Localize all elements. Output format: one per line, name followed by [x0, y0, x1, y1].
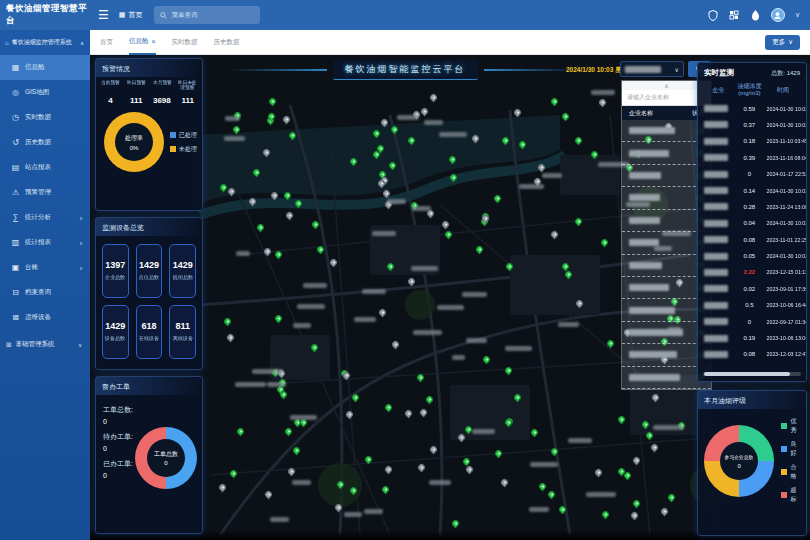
monitor-row[interactable]: 0.52023-10-06 16:44:00: [698, 297, 806, 313]
alert-stat-label: 昨日未处理预警: [178, 80, 197, 92]
map-label-redacted: [472, 429, 495, 434]
redacted-box: [704, 220, 728, 227]
close-icon[interactable]: ×: [152, 38, 156, 45]
map-label-redacted: [462, 292, 487, 297]
sidebar-item-dashboard[interactable]: ▦信息舱: [0, 55, 90, 80]
redacted-box: [704, 236, 728, 243]
legend-swatch: [781, 446, 787, 452]
sidebar-item-doc[interactable]: ▥统计报表∨: [0, 230, 90, 255]
tab-信息舱[interactable]: 信息舱×: [129, 30, 156, 55]
monitor-row[interactable]: 2.222023-12-15 01:11:00: [698, 264, 806, 280]
monitor-row[interactable]: 0.052024-01-30 10:03:00: [698, 248, 806, 264]
concentration-value: 0.05: [735, 253, 764, 259]
device-stats: 1397企业总数1429点位总数1429机组总数1429设备总数618在线设备8…: [96, 236, 202, 367]
chevron-down-icon: ∨: [788, 38, 793, 46]
device-stat-value: 811: [175, 321, 190, 331]
sidebar-item-history[interactable]: ↺历史数据: [0, 130, 90, 155]
sidebar-section-header[interactable]: ⌂ 餐饮油烟监控管理系统 ∧: [0, 30, 90, 55]
map-label-redacted: [413, 330, 442, 335]
fullscreen-icon[interactable]: [729, 10, 740, 21]
monitor-row[interactable]: 0.082023-12-03 12:47:00: [698, 346, 806, 362]
map-label-redacted: [519, 184, 544, 189]
tab-label: 首页: [100, 38, 113, 47]
monitor-row[interactable]: 0.592024-01-30 10:03:00: [698, 100, 806, 116]
legend-item: 未处理: [170, 145, 197, 154]
workorder-panel: 督办工单 工单总数:0待办工单:0已办工单:0 工单总数 0: [95, 376, 203, 534]
sidebar-item-device[interactable]: ⊠运维设备: [0, 305, 90, 330]
chevron-down-icon[interactable]: ∨: [795, 11, 800, 19]
sidebar-item-archive[interactable]: ⊟档案查询: [0, 280, 90, 305]
map-label-redacted: [303, 283, 326, 288]
monitor-row[interactable]: 0.022023-09-01 17:39:00: [698, 281, 806, 297]
sidebar-item-alert[interactable]: ⚠预警管理: [0, 180, 90, 205]
company-name-redacted: [629, 172, 661, 179]
sidebar-item-label: 信息舱: [25, 63, 45, 72]
reading-time: 2023-12-15 01:11:00: [766, 270, 803, 275]
reading-time: 2023-12-03 12:47:00: [766, 352, 803, 357]
sidebar-section-basic[interactable]: ⊞ 基础管理系统 ∨: [0, 330, 90, 357]
map-label-redacted: [439, 132, 467, 137]
workorder-panel-title: 督办工单: [96, 377, 202, 395]
redacted-box: [704, 302, 728, 309]
map-area[interactable]: 餐饮油烟智能监控云平台 2024/1/30 10:03 星期二 ∨ ∧ 请输入企…: [90, 55, 810, 540]
monitor-row[interactable]: 0.082023-11-01 22:25:00: [698, 232, 806, 248]
map-label-redacted: [429, 480, 451, 485]
company-redacted: [698, 187, 735, 194]
company-name-redacted: [629, 239, 659, 246]
sidebar-item-label: 统计分析: [25, 213, 51, 222]
monitor-row[interactable]: 0.372024-01-30 10:03:00: [698, 117, 806, 133]
legend-swatch: [170, 146, 176, 152]
sidebar-item-compass[interactable]: ◎GIS地图: [0, 80, 90, 105]
monitor-row[interactable]: 0.142024-01-30 10:03:00: [698, 182, 806, 198]
company-redacted: [698, 302, 735, 309]
map-label-redacted: [505, 346, 531, 351]
process-rate-label: 处理率: [125, 134, 143, 143]
concentration-value: 0.39: [735, 155, 764, 161]
notification-icon[interactable]: [750, 10, 761, 21]
company-select[interactable]: ∨: [620, 61, 684, 77]
workorder-value: 0: [103, 472, 133, 479]
alert-stat: 本月预警3698: [150, 80, 175, 105]
rating-legend: 优秀良好合格超标: [781, 417, 802, 504]
monitor-row[interactable]: 02024-01-17 22:53:00: [698, 166, 806, 182]
company-name-redacted: [629, 127, 675, 134]
monitor-row[interactable]: 0.282023-11-24 13:00:00: [698, 199, 806, 215]
ledger-icon: ▣: [11, 263, 20, 272]
shield-icon[interactable]: [708, 10, 719, 21]
redacted-box: [704, 187, 728, 194]
concentration-value: 0.04: [735, 220, 764, 226]
rating-donut: 参与企业总数 0: [704, 425, 774, 497]
tab-首页[interactable]: 首页: [100, 30, 113, 55]
sidebar-item-clock[interactable]: ◷实时数据: [0, 105, 90, 130]
monitor-row[interactable]: 0.192023-10-06 13:04:00: [698, 330, 806, 346]
redacted-box: [704, 121, 728, 128]
workorder-label: 已办工单:: [103, 459, 133, 469]
menu-search-input[interactable]: 菜单查询: [154, 6, 260, 24]
sidebar-item-report[interactable]: ▤站点报表: [0, 155, 90, 180]
monitor-row[interactable]: 0.392023-11-16 08:04:00: [698, 150, 806, 166]
monitor-row[interactable]: 0.042024-01-30 10:03:00: [698, 215, 806, 231]
sidebar-item-chart[interactable]: ∑统计分析∨: [0, 205, 90, 230]
monitor-row[interactable]: 02022-09-17 01:34:00: [698, 313, 806, 329]
user-avatar[interactable]: [771, 8, 785, 22]
map-label-redacted: [412, 206, 431, 211]
home-breadcrumb[interactable]: ▦ 首页: [119, 10, 143, 20]
more-label: 更多: [772, 38, 785, 47]
map-label-redacted: [235, 382, 266, 387]
reading-time: 2024-01-30 10:03:00: [766, 106, 803, 111]
company-redacted: [698, 351, 735, 358]
more-button[interactable]: 更多 ∨: [765, 35, 800, 50]
alert-stat: 昨日预警111: [124, 80, 149, 105]
sidebar-item-ledger[interactable]: ▣台账∨: [0, 255, 90, 280]
company-name-redacted: [629, 329, 683, 336]
monitor-scrollbar[interactable]: [703, 372, 801, 376]
company-redacted: [698, 154, 735, 161]
alert-stat: 当前预警4: [98, 80, 123, 105]
tab-实时数据[interactable]: 实时数据: [172, 30, 198, 55]
menu-toggle-icon[interactable]: ☰: [98, 8, 109, 22]
alert-stats: 当前预警4昨日预警111本月预警3698昨日未处理预警111: [96, 77, 202, 108]
map-label-redacted: [542, 173, 562, 178]
redacted-box: [704, 154, 728, 161]
tab-历史数据[interactable]: 历史数据: [214, 30, 240, 55]
monitor-row[interactable]: 0.182023-11-10 03:45:00: [698, 133, 806, 149]
